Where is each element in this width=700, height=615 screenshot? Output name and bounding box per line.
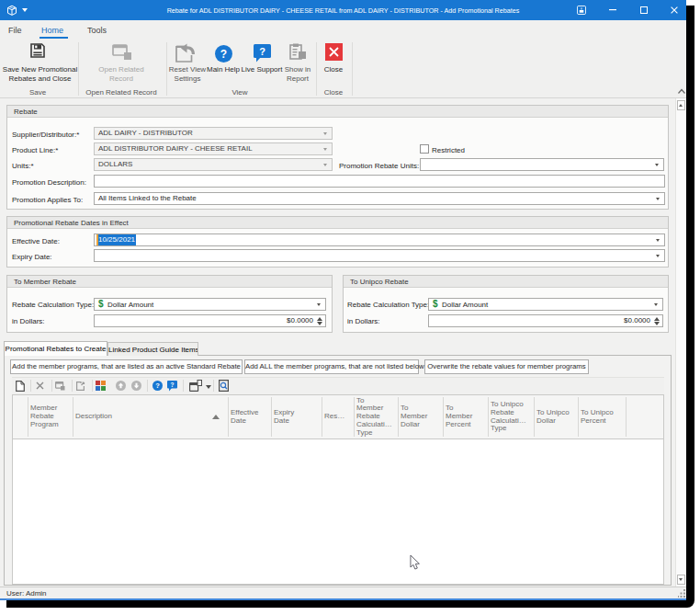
svg-text:?: ? [155, 382, 160, 390]
svg-text:?: ? [220, 48, 227, 61]
svg-text:?: ? [259, 46, 265, 57]
svg-text:?: ? [171, 382, 175, 388]
